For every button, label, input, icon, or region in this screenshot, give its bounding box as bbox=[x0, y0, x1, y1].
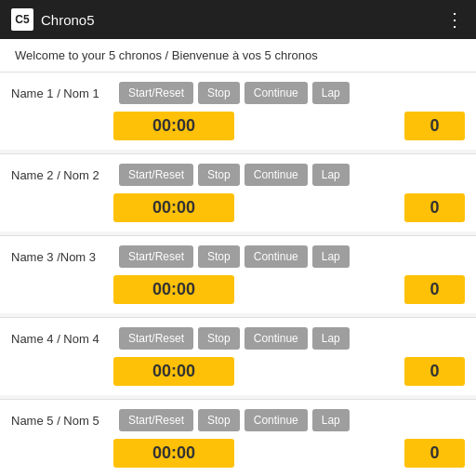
chrono-top-5: Name 5 / Nom 5 Start/Reset Stop Continue… bbox=[11, 409, 465, 431]
continue-button-3[interactable]: Continue bbox=[245, 245, 308, 268]
lap-count-3: 0 bbox=[404, 275, 465, 304]
chrono-bottom-4: 00:00 0 bbox=[11, 357, 465, 386]
lap-count-5: 0 bbox=[404, 439, 465, 468]
time-display-2: 00:00 bbox=[113, 193, 234, 222]
start-reset-button-1[interactable]: Start/Reset bbox=[119, 82, 193, 104]
chrono-name-1: Name 1 / Nom 1 bbox=[11, 86, 113, 100]
lap-count-4: 0 bbox=[404, 357, 465, 386]
stop-button-3[interactable]: Stop bbox=[198, 245, 240, 268]
start-reset-button-3[interactable]: Start/Reset bbox=[119, 245, 193, 268]
chrono-block-1: Name 1 / Nom 1 Start/Reset Stop Continue… bbox=[0, 73, 476, 150]
time-display-4: 00:00 bbox=[113, 357, 234, 386]
continue-button-4[interactable]: Continue bbox=[245, 327, 308, 350]
app-bar-left: C5 Chrono5 bbox=[11, 8, 95, 31]
chrono-bottom-3: 00:00 0 bbox=[11, 275, 465, 304]
lap-button-1[interactable]: Lap bbox=[312, 82, 350, 104]
main-content: Welcome to your 5 chronos / Bienvenue à … bbox=[0, 39, 476, 476]
chrono-bottom-5: 00:00 0 bbox=[11, 439, 465, 468]
chrono-top-4: Name 4 / Nom 4 Start/Reset Stop Continue… bbox=[11, 327, 465, 350]
btn-group-5: Start/Reset Stop Continue Lap bbox=[119, 409, 350, 431]
continue-button-1[interactable]: Continue bbox=[245, 82, 308, 104]
time-display-3: 00:00 bbox=[113, 275, 234, 304]
chrono-top-3: Name 3 /Nom 3 Start/Reset Stop Continue … bbox=[11, 245, 465, 268]
menu-icon[interactable]: ⋮ bbox=[445, 8, 465, 31]
app-title: Chrono5 bbox=[41, 12, 95, 28]
chrono-top-2: Name 2 / Nom 2 Start/Reset Stop Continue… bbox=[11, 164, 465, 186]
btn-group-4: Start/Reset Stop Continue Lap bbox=[119, 327, 350, 350]
welcome-text: Welcome to your 5 chronos / Bienvenue à … bbox=[0, 39, 476, 73]
continue-button-2[interactable]: Continue bbox=[245, 164, 308, 186]
chrono-name-3: Name 3 /Nom 3 bbox=[11, 250, 113, 264]
chrono-block-5: Name 5 / Nom 5 Start/Reset Stop Continue… bbox=[0, 400, 476, 476]
chrono-top-1: Name 1 / Nom 1 Start/Reset Stop Continue… bbox=[11, 82, 465, 104]
start-reset-button-4[interactable]: Start/Reset bbox=[119, 327, 193, 350]
btn-group-2: Start/Reset Stop Continue Lap bbox=[119, 164, 350, 186]
app-icon: C5 bbox=[11, 8, 33, 31]
lap-button-3[interactable]: Lap bbox=[312, 245, 350, 268]
btn-group-3: Start/Reset Stop Continue Lap bbox=[119, 245, 350, 268]
continue-button-5[interactable]: Continue bbox=[245, 409, 308, 431]
chrono-block-3: Name 3 /Nom 3 Start/Reset Stop Continue … bbox=[0, 236, 476, 313]
stop-button-1[interactable]: Stop bbox=[198, 82, 240, 104]
lap-button-4[interactable]: Lap bbox=[312, 327, 350, 350]
lap-count-2: 0 bbox=[404, 193, 465, 222]
lap-button-5[interactable]: Lap bbox=[312, 409, 350, 431]
stop-button-2[interactable]: Stop bbox=[198, 164, 240, 186]
lap-button-2[interactable]: Lap bbox=[312, 164, 350, 186]
chrono-name-2: Name 2 / Nom 2 bbox=[11, 168, 113, 182]
stop-button-5[interactable]: Stop bbox=[198, 409, 240, 431]
app-bar: C5 Chrono5 ⋮ bbox=[0, 0, 476, 39]
time-display-5: 00:00 bbox=[113, 439, 234, 468]
stop-button-4[interactable]: Stop bbox=[198, 327, 240, 350]
chrono-bottom-2: 00:00 0 bbox=[11, 193, 465, 222]
chrono-name-4: Name 4 / Nom 4 bbox=[11, 332, 113, 346]
start-reset-button-2[interactable]: Start/Reset bbox=[119, 164, 193, 186]
chrono-block-2: Name 2 / Nom 2 Start/Reset Stop Continue… bbox=[0, 154, 476, 231]
time-display-1: 00:00 bbox=[113, 112, 234, 140]
chrono-block-4: Name 4 / Nom 4 Start/Reset Stop Continue… bbox=[0, 318, 476, 395]
lap-count-1: 0 bbox=[404, 112, 465, 140]
chrono-name-5: Name 5 / Nom 5 bbox=[11, 414, 113, 428]
chrono-bottom-1: 00:00 0 bbox=[11, 112, 465, 140]
btn-group-1: Start/Reset Stop Continue Lap bbox=[119, 82, 350, 104]
start-reset-button-5[interactable]: Start/Reset bbox=[119, 409, 193, 431]
